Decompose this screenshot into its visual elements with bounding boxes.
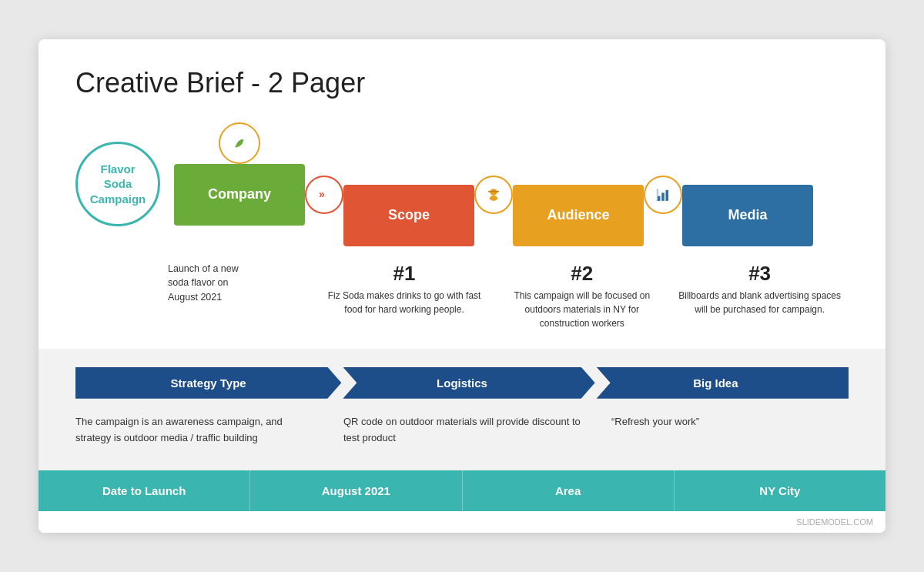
numbered-item-1-content: #1 Fiz Soda makes drinks to go with fast… — [316, 262, 494, 330]
slide: Creative Brief - 2 Pager Flavor Soda Cam… — [38, 39, 886, 534]
strategy-header: Strategy Type Logistics Big Idea — [75, 367, 849, 399]
area-label: Area — [463, 470, 675, 511]
numbered-item-2-content: #2 This campaign will be focused on outd… — [493, 262, 671, 330]
circle-node: Flavor Soda Campaign — [75, 142, 160, 226]
big-idea-header: Big Idea — [583, 367, 849, 399]
strategy-type-header: Strategy Type — [75, 367, 341, 399]
scope-icon-circle: » — [305, 176, 343, 214]
numbered-items: #1 Fiz Soda makes drinks to go with fast… — [276, 262, 849, 330]
media-icon-circle — [644, 176, 682, 214]
svg-point-7 — [490, 196, 498, 201]
worker-icon — [483, 184, 504, 206]
logistics-label: Logistics — [437, 376, 487, 390]
svg-rect-10 — [661, 192, 665, 201]
august-2021-value: August 2021 — [250, 470, 462, 511]
number-3: #3 — [678, 262, 841, 286]
desc-1: Fiz Soda makes drinks to go with fast fo… — [323, 289, 486, 316]
flow-box-media: Media — [682, 185, 813, 246]
flow-item-audience: Audience — [513, 122, 644, 246]
logistics-body: QR code on outdoor materials will provid… — [331, 408, 599, 453]
gray-section: Strategy Type Logistics Big Idea The cam… — [38, 349, 886, 471]
strategy-type-body: The campaign is an awareness campaign, a… — [75, 408, 331, 453]
scope-label: Scope — [388, 207, 430, 223]
circle-line2: Soda — [104, 176, 132, 192]
circle-line3: Campaign — [90, 192, 146, 207]
slide-title: Creative Brief - 2 Pager — [75, 67, 849, 99]
big-idea-label: Big Idea — [693, 376, 738, 390]
arrow1: » — [305, 164, 343, 226]
logistics-header: Logistics — [329, 367, 594, 399]
chart-icon — [652, 184, 674, 206]
number-2: #2 — [500, 262, 663, 286]
descriptions: Launch of a new soda flavor on August 20… — [75, 262, 849, 330]
arrows-icon: » — [313, 184, 335, 206]
flow-item-company: Company — [174, 143, 305, 226]
audience-icon-circle — [474, 176, 513, 214]
flow-item-media: Media — [682, 122, 813, 246]
company-icon-circle — [219, 122, 260, 164]
leaf-icon — [229, 132, 250, 154]
flow-item-scope: Scope — [343, 122, 474, 246]
ny-city-value: NY City — [675, 470, 886, 511]
watermark: SLIDEMODEL.COM — [38, 511, 886, 533]
circle-line1: Flavor — [100, 162, 135, 177]
flow-box-company: Company — [174, 164, 305, 226]
media-label: Media — [728, 207, 767, 223]
flow-box-audience: Audience — [513, 185, 644, 246]
arrow3 — [644, 164, 682, 226]
company-label: Company — [208, 186, 271, 202]
left-description: Launch of a new soda flavor on August 20… — [160, 262, 276, 330]
desc-3: Billboards and blank advertising spaces … — [678, 289, 841, 316]
number-1: #1 — [323, 262, 486, 286]
svg-text:»: » — [319, 188, 325, 200]
arrow2 — [474, 164, 513, 226]
flow-box-scope: Scope — [343, 185, 474, 246]
big-idea-body: “Refresh your work” — [599, 408, 849, 453]
svg-rect-9 — [658, 196, 661, 200]
numbered-item-3-content: #3 Billboards and blank advertising spac… — [671, 262, 849, 330]
flow-section: Flavor Soda Campaign Compan — [75, 122, 849, 246]
date-to-launch-label: Date to Launch — [38, 470, 250, 511]
teal-bar: Date to Launch August 2021 Area NY City — [38, 470, 886, 511]
desc-2: This campaign will be focused on outdoor… — [500, 289, 663, 330]
svg-rect-6 — [488, 190, 499, 192]
audience-label: Audience — [547, 207, 609, 223]
strategy-bodies: The campaign is an awareness campaign, a… — [75, 408, 849, 453]
strategy-type-label: Strategy Type — [171, 376, 246, 390]
flow-items: Company » Scope — [160, 122, 849, 246]
numbered-item-1 — [276, 262, 316, 330]
svg-rect-11 — [666, 190, 669, 201]
